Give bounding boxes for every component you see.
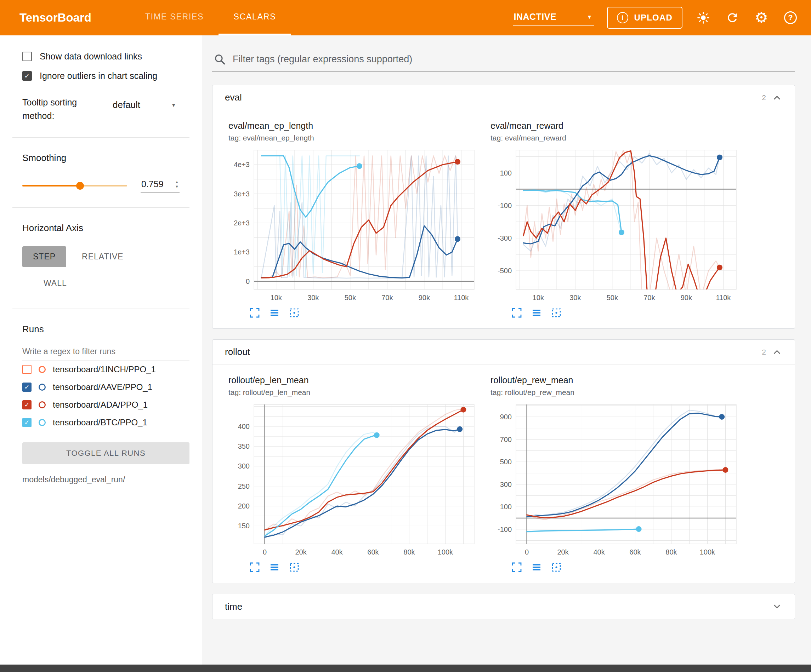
tab-scalars[interactable]: SCALARS bbox=[219, 0, 291, 36]
axis-wall-button[interactable]: WALL bbox=[33, 273, 78, 294]
run-label: tensorboard/BTC/PPO_1 bbox=[53, 418, 147, 427]
stepper-down-icon[interactable]: ▼ bbox=[175, 185, 179, 189]
chart-canvas[interactable]: 020k40k60k80k100k150200250300350400 bbox=[228, 401, 476, 561]
smoothing-label: Smoothing bbox=[22, 152, 190, 164]
smoothing-slider[interactable] bbox=[22, 185, 127, 186]
tooltip-sorting-dropdown[interactable]: default ▼ bbox=[112, 97, 177, 114]
expand-chart-icon[interactable] bbox=[249, 307, 260, 318]
card-time-header[interactable]: time bbox=[212, 594, 795, 619]
smoothing-value-input[interactable]: 0.759 ▲ ▼ bbox=[141, 179, 180, 193]
toggle-y-axis-icon[interactable] bbox=[531, 307, 542, 318]
svg-text:90k: 90k bbox=[681, 294, 692, 301]
svg-text:300: 300 bbox=[238, 462, 250, 470]
svg-text:350: 350 bbox=[238, 442, 250, 450]
stepper-up-icon[interactable]: ▲ bbox=[175, 180, 179, 184]
fit-domain-icon[interactable] bbox=[551, 307, 562, 318]
ignore-outliers-checkbox[interactable]: ✓ Ignore outliers in chart scaling bbox=[22, 71, 190, 81]
status-dropdown-value: INACTIVE bbox=[514, 12, 557, 22]
expand-chart-icon[interactable] bbox=[511, 307, 523, 318]
chart-toolbar bbox=[511, 307, 738, 318]
chart-canvas[interactable]: 10k30k50k70k90k110k100-100-300-500 bbox=[490, 147, 738, 306]
refresh-icon[interactable] bbox=[724, 10, 741, 26]
run-checkbox[interactable] bbox=[22, 365, 32, 374]
run-checkbox[interactable]: ✓ bbox=[22, 400, 32, 410]
svg-text:80k: 80k bbox=[403, 548, 415, 556]
runs-filter-input[interactable] bbox=[22, 344, 190, 361]
chevron-up-icon[interactable] bbox=[772, 347, 782, 357]
run-label: tensorboard/1INCH/PPO_1 bbox=[53, 364, 156, 374]
filter-tags-input[interactable] bbox=[232, 53, 794, 65]
svg-text:2e+3: 2e+3 bbox=[234, 219, 250, 227]
axis-step-button[interactable]: STEP bbox=[22, 246, 66, 267]
chevron-up-icon[interactable] bbox=[772, 92, 782, 103]
svg-text:250: 250 bbox=[238, 482, 250, 490]
status-dropdown[interactable]: INACTIVE ▼ bbox=[513, 10, 594, 26]
info-icon: i bbox=[617, 12, 628, 24]
checkbox-label: Show data download links bbox=[40, 51, 142, 62]
run-checkbox[interactable]: ✓ bbox=[22, 418, 32, 427]
card-rollout-header[interactable]: rollout 2 bbox=[212, 340, 795, 364]
chart-canvas[interactable]: 10k30k50k70k90k110k01e+32e+33e+34e+3 bbox=[228, 147, 476, 306]
card-eval-body: eval/mean_ep_length tag: eval/mean_ep_le… bbox=[212, 110, 795, 328]
card-title: eval bbox=[225, 92, 242, 103]
chart-title: eval/mean_ep_length bbox=[228, 121, 476, 131]
divider bbox=[12, 137, 190, 138]
smoothing-value: 0.759 bbox=[141, 179, 164, 189]
gear-glyph: ⚙ bbox=[755, 10, 768, 25]
run-row[interactable]: ✓tensorboard/AAVE/PPO_1 bbox=[22, 382, 190, 392]
horizontal-scrollbar[interactable] bbox=[0, 665, 811, 672]
chart-canvas[interactable]: 020k40k60k80k100k-100100300500700900 bbox=[490, 401, 738, 561]
filter-tags-row bbox=[212, 53, 795, 71]
fit-domain-icon[interactable] bbox=[288, 307, 300, 318]
help-icon[interactable]: ? bbox=[782, 10, 799, 26]
card-count: 2 bbox=[762, 93, 766, 102]
run-checkbox[interactable]: ✓ bbox=[22, 383, 32, 392]
expand-chart-icon[interactable] bbox=[511, 562, 523, 573]
axis-relative-button[interactable]: RELATIVE bbox=[71, 246, 134, 267]
run-row[interactable]: ✓tensorboard/BTC/PPO_1 bbox=[22, 418, 190, 427]
refresh-arrow-icon bbox=[726, 11, 739, 24]
svg-text:30k: 30k bbox=[570, 294, 581, 301]
divider bbox=[12, 207, 190, 208]
run-color-circle bbox=[39, 384, 46, 391]
brightness-icon[interactable] bbox=[695, 10, 711, 26]
run-row[interactable]: tensorboard/1INCH/PPO_1 bbox=[22, 364, 190, 374]
stepper-arrows[interactable]: ▲ ▼ bbox=[175, 180, 179, 188]
svg-text:70k: 70k bbox=[643, 294, 655, 301]
run-color-circle bbox=[39, 401, 46, 408]
runs-label: Runs bbox=[22, 324, 190, 335]
card-title: rollout bbox=[225, 347, 250, 357]
tab-time-series[interactable]: TIME SERIES bbox=[130, 0, 219, 36]
fit-domain-icon[interactable] bbox=[551, 562, 562, 573]
fit-domain-icon[interactable] bbox=[288, 562, 300, 573]
svg-text:80k: 80k bbox=[665, 548, 677, 556]
toggle-y-axis-icon[interactable] bbox=[531, 562, 542, 573]
upload-button[interactable]: i UPLOAD bbox=[607, 7, 682, 29]
question-mark-icon: ? bbox=[784, 11, 797, 24]
smoothing-row: 0.759 ▲ ▼ bbox=[22, 179, 180, 193]
svg-text:400: 400 bbox=[238, 423, 250, 430]
svg-text:10k: 10k bbox=[533, 294, 544, 301]
svg-text:4e+3: 4e+3 bbox=[234, 161, 250, 168]
card-eval-header[interactable]: eval 2 bbox=[212, 85, 795, 110]
run-label: tensorboard/ADA/PPO_1 bbox=[53, 400, 148, 410]
expand-chart-icon[interactable] bbox=[249, 562, 260, 573]
chevron-down-icon[interactable] bbox=[772, 601, 782, 612]
run-row[interactable]: ✓tensorboard/ADA/PPO_1 bbox=[22, 400, 190, 410]
toggle-y-axis-icon[interactable] bbox=[269, 562, 280, 573]
svg-text:20k: 20k bbox=[557, 548, 569, 556]
slider-knob[interactable] bbox=[76, 182, 84, 190]
chart-toolbar bbox=[249, 562, 476, 573]
content-area: Show data download links ✓ Ignore outlie… bbox=[0, 36, 811, 665]
settings-gear-icon[interactable]: ⚙ bbox=[753, 10, 770, 26]
tooltip-sorting-row: Tooltip sorting method: default ▼ bbox=[22, 96, 190, 122]
top-bar: TensorBoard TIME SERIES SCALARS INACTIVE… bbox=[0, 0, 811, 36]
svg-text:40k: 40k bbox=[331, 548, 343, 556]
show-download-links-checkbox[interactable]: Show data download links bbox=[22, 51, 190, 62]
checkbox-icon[interactable]: ✓ bbox=[22, 71, 32, 81]
toggle-y-axis-icon[interactable] bbox=[269, 307, 280, 318]
chart-title: rollout/ep_rew_mean bbox=[490, 375, 738, 385]
checkbox-icon[interactable] bbox=[22, 52, 32, 61]
toggle-all-runs-button[interactable]: TOGGLE ALL RUNS bbox=[22, 442, 190, 464]
card-count: 2 bbox=[762, 348, 766, 356]
